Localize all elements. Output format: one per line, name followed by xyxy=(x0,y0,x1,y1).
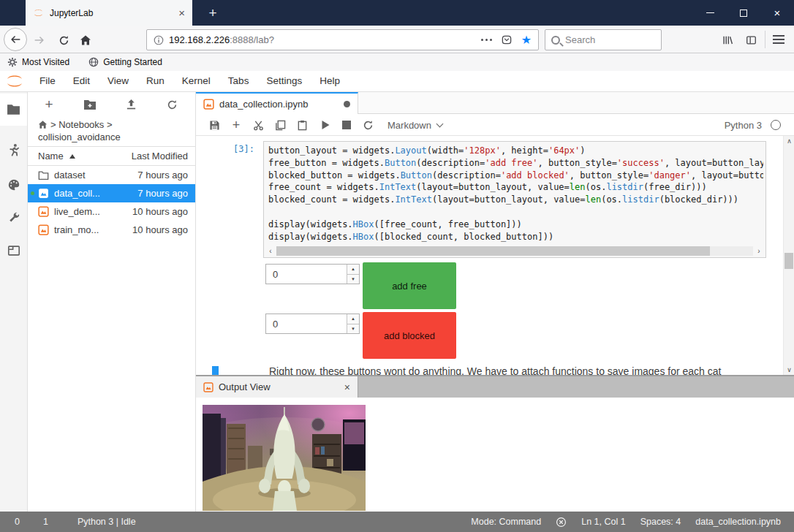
interrupt-kernel-button[interactable] xyxy=(340,118,353,132)
unsaved-changes-dot[interactable] xyxy=(344,101,350,107)
spinner-up-icon[interactable]: ▲ xyxy=(347,265,359,275)
scroll-up-icon[interactable]: ∧ xyxy=(784,137,794,145)
home-breadcrumb-icon[interactable] xyxy=(38,120,48,129)
spaces-indicator[interactable]: Spaces: 4 xyxy=(640,517,681,527)
spinner-up-icon[interactable]: ▲ xyxy=(347,314,359,324)
menu-view[interactable]: View xyxy=(99,71,137,91)
tab-open-tabs[interactable] xyxy=(0,235,27,267)
code-cell-editor[interactable]: button_layout = widgets.Layout(width='12… xyxy=(263,141,766,258)
file-row-data-collection[interactable]: data_coll... 7 hours ago xyxy=(28,184,195,202)
home-button[interactable] xyxy=(79,34,92,47)
url-bar[interactable]: 192.168.2.226:8888/lab? ★ xyxy=(146,29,539,50)
menu-kernel[interactable]: Kernel xyxy=(173,71,219,91)
search-box[interactable] xyxy=(545,29,662,50)
notebook-toolbar: + xyxy=(196,114,794,136)
tab-file-browser[interactable] xyxy=(0,94,27,126)
scroll-right-icon[interactable]: › xyxy=(755,246,763,256)
back-button[interactable] xyxy=(4,28,27,51)
column-last-modified[interactable]: Last Modified xyxy=(132,151,188,162)
folder-icon xyxy=(38,170,49,180)
free-count-spinner[interactable]: ▲ ▼ xyxy=(347,265,359,284)
run-cell-button[interactable] xyxy=(319,118,332,132)
bookmark-getting-started[interactable]: Getting Started xyxy=(88,57,162,67)
menu-edit[interactable]: Edit xyxy=(64,71,99,91)
trust-shield-icon[interactable] xyxy=(556,517,567,528)
file-row-train-model[interactable]: train_mo... 10 hours ago xyxy=(28,221,195,239)
breadcrumb-current: collision_avoidance xyxy=(38,131,121,143)
output-view-tab[interactable]: Output View × xyxy=(196,376,358,398)
cursor-position[interactable]: Ln 1, Col 1 xyxy=(581,517,625,527)
output-view-panel: Output View × xyxy=(196,375,794,512)
bookmark-most-visited[interactable]: Most Visited xyxy=(7,57,69,67)
upload-button[interactable] xyxy=(124,98,137,111)
tab-property-inspector[interactable] xyxy=(0,202,27,234)
file-row-live-demo[interactable]: live_dem... 10 hours ago xyxy=(28,202,195,221)
new-launcher-button[interactable]: + xyxy=(42,98,56,111)
add-cell-button[interactable]: + xyxy=(230,118,243,132)
menu-button[interactable] xyxy=(773,35,784,44)
save-button[interactable] xyxy=(208,118,221,132)
spinner-down-icon[interactable]: ▼ xyxy=(347,324,359,334)
blocked-count-spinner[interactable]: ▲ ▼ xyxy=(347,314,359,333)
blocked-count-input[interactable]: 0 ▲ ▼ xyxy=(265,314,360,334)
window-close-button[interactable]: × xyxy=(760,0,794,26)
new-folder-button[interactable] xyxy=(83,98,97,111)
refresh-file-list-button[interactable] xyxy=(165,98,178,111)
free-count-input[interactable]: 0 ▲ ▼ xyxy=(265,264,360,284)
kernels-count[interactable]: 1 xyxy=(43,517,48,527)
cell-collapser[interactable] xyxy=(212,366,219,375)
cut-cells-button[interactable] xyxy=(252,118,265,132)
scroll-down-icon[interactable]: ∨ xyxy=(784,366,794,373)
page-actions-icon[interactable] xyxy=(481,39,492,41)
forward-button[interactable] xyxy=(33,34,46,47)
kernel-status[interactable]: Python 3 | Idle xyxy=(77,517,136,527)
kernel-idle-icon[interactable] xyxy=(771,120,781,130)
menu-file[interactable]: File xyxy=(31,71,64,91)
menu-items: File Edit View Run Kernel Tabs Settings … xyxy=(31,71,349,91)
pocket-icon[interactable] xyxy=(501,34,513,45)
copy-cells-button[interactable] xyxy=(273,118,287,132)
file-row-dataset[interactable]: dataset 7 hours ago xyxy=(28,166,195,184)
browser-tab-jupyterlab[interactable]: JupyterLab × xyxy=(26,0,192,26)
kernel-name[interactable]: Python 3 xyxy=(725,120,762,131)
add-free-button[interactable]: add free xyxy=(363,262,456,309)
library-button[interactable] xyxy=(721,34,734,47)
window-maximize-button[interactable] xyxy=(727,0,760,26)
new-tab-button[interactable]: + xyxy=(203,4,222,23)
add-blocked-button[interactable]: add blocked xyxy=(363,312,456,359)
site-info-icon[interactable] xyxy=(154,35,164,45)
reload-button[interactable] xyxy=(57,34,70,47)
notebook-tab[interactable]: data_collection.ipynb xyxy=(196,92,358,114)
menu-settings[interactable]: Settings xyxy=(257,71,311,91)
notebook-vscrollbar[interactable]: ∧ ∨ xyxy=(783,136,794,375)
column-name[interactable]: Name xyxy=(38,151,64,162)
search-input[interactable] xyxy=(565,34,646,45)
active-file-name[interactable]: data_collection.ipynb xyxy=(695,517,781,527)
run-icon xyxy=(321,120,330,130)
menu-tabs[interactable]: Tabs xyxy=(219,71,258,91)
cell-type-dropdown[interactable]: Markdown xyxy=(387,114,442,136)
menu-help[interactable]: Help xyxy=(311,71,349,91)
url-text: 192.168.2.226:8888/lab? xyxy=(169,34,274,45)
window-minimize-button[interactable] xyxy=(693,0,727,26)
breadcrumb-parent[interactable]: > Notebooks > xyxy=(50,118,113,131)
tab-commands[interactable] xyxy=(0,169,27,201)
paste-cells-button[interactable] xyxy=(295,118,309,132)
editor-hscrollbar[interactable]: ‹ › xyxy=(266,246,763,256)
hscroll-track[interactable] xyxy=(276,246,753,256)
command-mode-indicator[interactable]: Mode: Command xyxy=(471,517,541,527)
tab-running-sessions[interactable] xyxy=(0,134,27,166)
sidebars-button[interactable] xyxy=(744,34,757,47)
scroll-left-icon[interactable]: ‹ xyxy=(266,246,275,256)
jupyter-favicon-icon xyxy=(33,8,44,18)
hscroll-thumb[interactable] xyxy=(276,246,710,256)
restart-kernel-button[interactable] xyxy=(361,118,374,132)
terminals-count[interactable]: 0 xyxy=(15,517,20,527)
spinner-down-icon[interactable]: ▼ xyxy=(347,275,359,284)
tab-close-icon[interactable]: × xyxy=(178,7,185,18)
close-icon[interactable]: × xyxy=(344,382,350,392)
bookmark-label: Getting Started xyxy=(103,57,162,67)
bookmark-star-icon[interactable]: ★ xyxy=(521,34,532,46)
vscroll-thumb[interactable] xyxy=(784,253,793,269)
menu-run[interactable]: Run xyxy=(137,71,173,91)
